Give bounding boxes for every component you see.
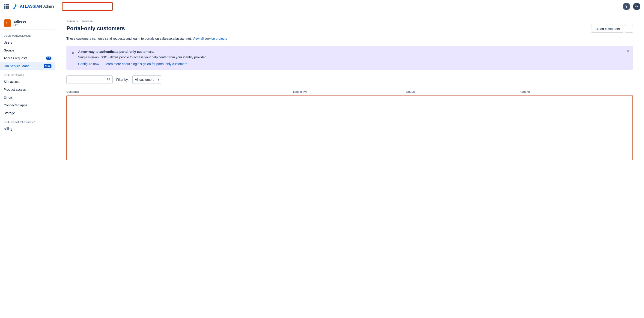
site-section[interactable]: S salteese Site [0, 17, 55, 30]
page-layout: S salteese Site USER MANAGEMENT Users Gr… [0, 13, 644, 318]
info-banner: ✦ A new way to authenticate portal-only … [66, 46, 633, 70]
sidebar-section-site-settings-label: SITE SETTINGS [0, 70, 55, 78]
sidebar-item-product-access-label: Product access [4, 88, 26, 91]
sidebar-item-site-access[interactable]: Site access [0, 78, 55, 86]
table-col-last-active: Last active [293, 90, 406, 94]
atlassian-logo[interactable]: ATLASSIAN Admin [12, 3, 54, 10]
learn-more-link[interactable]: Learn more about single sign-on for port… [104, 62, 187, 66]
sidebar-user-management-section: USER MANAGEMENT Users Groups Access requ… [0, 31, 55, 70]
page-header: Portal-only customers Export customers ·… [66, 25, 633, 33]
sidebar-item-groups[interactable]: Groups [0, 46, 55, 54]
sidebar-item-access-requests-label: Access requests [4, 56, 28, 60]
help-button[interactable]: ? [623, 3, 630, 10]
grid-menu-icon[interactable] [4, 4, 9, 9]
breadcrumb-admin[interactable]: Admin [66, 19, 75, 23]
sidebar-item-groups-label: Groups [4, 49, 14, 52]
search-input-wrap [66, 76, 112, 84]
sidebar-item-site-access-label: Site access [4, 80, 20, 84]
sidebar-item-jira-service-label: Jira Service Mana... [4, 64, 32, 68]
sidebar-site-settings-section: SITE SETTINGS Site access Product access… [0, 70, 55, 117]
access-requests-badge: 17 [46, 57, 52, 60]
sidebar-item-emoji[interactable]: Emoji [0, 94, 55, 101]
sidebar-item-billing-label: Billing [4, 127, 12, 131]
sidebar-item-users[interactable]: Users [0, 39, 55, 46]
site-icon: S [4, 19, 11, 27]
sidebar-item-connected-apps-label: Connected apps [4, 103, 27, 107]
breadcrumb-current: salteese [82, 19, 93, 23]
sidebar: S salteese Site USER MANAGEMENT Users Gr… [0, 13, 55, 318]
user-avatar[interactable]: NK [633, 3, 640, 10]
sparkle-icon: ✦ [71, 50, 75, 56]
export-customers-button[interactable]: Export customers [591, 25, 623, 33]
breadcrumb-separator: / [77, 19, 78, 23]
table-body-empty [66, 96, 633, 160]
banner-body: Single sign-on (SSO) allows people to ac… [78, 55, 206, 60]
sidebar-section-billing-label: BILLING MANAGEMENT [0, 117, 55, 125]
filter-select-wrap: All customers Active Inactive [132, 76, 161, 84]
table-header: Customer Last active Status Actions [66, 88, 633, 96]
configure-now-link[interactable]: Configure now [78, 62, 99, 66]
view-all-service-projects-link[interactable]: View all service projects [192, 37, 227, 40]
site-type: Site [14, 23, 26, 27]
nav-right: ? NK [623, 3, 640, 10]
breadcrumb: Admin / salteese [66, 19, 633, 23]
site-name: salteese [14, 20, 26, 23]
filter-select[interactable]: All customers Active Inactive [132, 76, 161, 84]
top-navigation: ATLASSIAN Admin ? NK [0, 0, 644, 13]
table-col-customer: Customer [66, 90, 293, 94]
jira-service-new-badge: NEW [44, 64, 52, 68]
table-col-actions: Actions [520, 90, 633, 94]
search-button[interactable] [107, 78, 111, 82]
sidebar-billing-section: BILLING MANAGEMENT Billing [0, 117, 55, 133]
filter-label: Filter by: [116, 78, 129, 82]
sidebar-item-product-access[interactable]: Product access [0, 86, 55, 94]
nav-left: ATLASSIAN Admin [4, 2, 113, 11]
search-input[interactable] [66, 76, 112, 84]
header-actions: Export customers ··· [591, 25, 633, 33]
banner-content: A new way to authenticate portal-only cu… [78, 50, 206, 66]
sidebar-item-connected-apps[interactable]: Connected apps [0, 101, 55, 109]
sidebar-item-users-label: Users [4, 41, 12, 44]
search-filter-row: Filter by: All customers Active Inactive [66, 76, 633, 84]
table-col-status: Status [406, 90, 520, 94]
nav-search-box[interactable] [62, 2, 113, 11]
main-content: Admin / salteese Portal-only customers E… [55, 13, 644, 318]
sidebar-item-access-requests[interactable]: Access requests 17 [0, 54, 55, 62]
page-description: These customers can only send requests a… [66, 36, 633, 41]
more-options-button[interactable]: ··· [625, 25, 633, 33]
sidebar-section-user-management-label: USER MANAGEMENT [0, 31, 55, 39]
banner-close-button[interactable]: ✕ [627, 49, 630, 53]
sidebar-item-emoji-label: Emoji [4, 96, 12, 99]
page-title: Portal-only customers [66, 25, 125, 32]
banner-links: Configure now · Learn more about single … [78, 62, 206, 66]
sidebar-item-jira-service[interactable]: Jira Service Mana... NEW [0, 62, 55, 70]
sidebar-item-storage[interactable]: Storage [0, 109, 55, 117]
sidebar-item-storage-label: Storage [4, 111, 15, 115]
banner-title: A new way to authenticate portal-only cu… [78, 50, 206, 54]
sidebar-item-billing[interactable]: Billing [0, 125, 55, 133]
